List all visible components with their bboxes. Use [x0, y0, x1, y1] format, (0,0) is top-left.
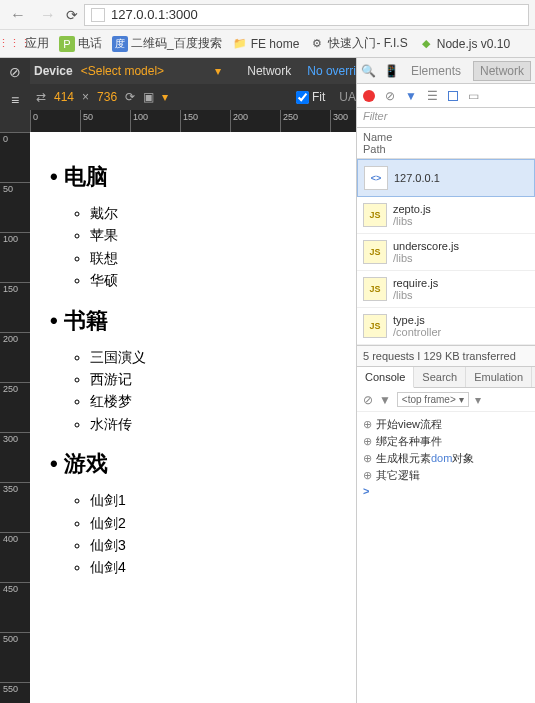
path-col: Path: [363, 143, 529, 155]
network-label: Network: [239, 64, 299, 78]
request-row[interactable]: <>127.0.0.1: [357, 159, 535, 197]
qr-bookmark[interactable]: 度二维码_百度搜索: [112, 35, 222, 52]
zoom-icon[interactable]: ⟳: [125, 90, 135, 104]
ruler-tick: 0: [0, 132, 30, 144]
url-input[interactable]: 127.0.0.1:3000: [84, 4, 529, 26]
expand-icon[interactable]: ⊕: [363, 452, 372, 464]
expand-icon[interactable]: ⊕: [363, 435, 372, 447]
list-item: 仙剑2: [90, 512, 344, 534]
request-text: require.js/libs: [393, 277, 438, 301]
fis-label: 快速入门- F.I.S: [328, 35, 407, 52]
node-label: Node.js v0.10: [437, 37, 510, 51]
list-item: 西游记: [90, 368, 344, 390]
device-select[interactable]: <Select model>: [81, 64, 164, 78]
console-log-line: ⊕其它逻辑: [363, 467, 529, 484]
devtools-panel: 🔍 📱 Elements Network ⊘ ▼ ☰ ▭ Filter Name…: [356, 58, 535, 703]
list-item: 水浒传: [90, 413, 344, 435]
console-log-line: ⊕绑定各种事件: [363, 433, 529, 450]
filter-console-icon[interactable]: ▼: [379, 393, 391, 407]
ruler-tick: 450: [0, 582, 30, 594]
list-item: 联想: [90, 247, 344, 269]
section-title: 电脑: [50, 162, 344, 192]
fit-input[interactable]: [296, 91, 309, 104]
device-bar: Device <Select model> ▾ Network No overr…: [0, 58, 356, 84]
search-tab[interactable]: Search: [414, 367, 466, 387]
layout-icon[interactable]: ≡: [11, 92, 19, 108]
name-col: Name: [363, 131, 529, 143]
forward-button[interactable]: →: [36, 6, 60, 24]
no-icon[interactable]: ⊘: [9, 64, 21, 80]
request-row[interactable]: JSrequire.js/libs: [357, 271, 535, 308]
frame-select[interactable]: <top frame> ▾: [397, 392, 469, 407]
qr-icon: 度: [112, 36, 128, 52]
dom-keyword: dom: [431, 452, 452, 464]
times-label: ×: [82, 90, 89, 104]
filter-input[interactable]: Filter: [357, 108, 535, 128]
cache-icon[interactable]: ▭: [468, 89, 479, 103]
fit-checkbox[interactable]: Fit: [296, 90, 325, 104]
request-list: <>127.0.0.1JSzepto.js/libsJSunderscore.j…: [357, 159, 535, 345]
record-icon[interactable]: [363, 90, 375, 102]
ruler-tick: 350: [0, 482, 30, 494]
device-emulation-panel: Device <Select model> ▾ Network No overr…: [0, 58, 356, 703]
device-label: Device: [34, 64, 73, 78]
ruler-tick: 250: [0, 382, 30, 394]
section-list: 三国演义西游记红楼梦水浒传: [90, 346, 344, 436]
page-icon: [91, 8, 105, 22]
console-prompt[interactable]: >: [363, 484, 529, 498]
chevron-down-icon[interactable]: ▾: [215, 64, 221, 78]
list-icon[interactable]: ☰: [427, 89, 438, 103]
request-name: 127.0.0.1: [394, 172, 440, 184]
request-row[interactable]: JStype.js/controller: [357, 308, 535, 345]
devtools-top-bar: 🔍 📱 Elements Network: [357, 58, 535, 84]
ua-label: UA: [339, 90, 356, 104]
emulation-tab[interactable]: Emulation: [466, 367, 532, 387]
phone-bookmark[interactable]: P电话: [59, 35, 102, 52]
preserve-icon[interactable]: [448, 91, 458, 101]
clear-icon[interactable]: ⊘: [385, 89, 395, 103]
swap-icon[interactable]: ⇄: [36, 90, 46, 104]
js-file-icon: JS: [363, 240, 387, 264]
network-tab[interactable]: Network: [473, 61, 531, 81]
expand-icon[interactable]: ⊕: [363, 469, 372, 481]
request-summary: 5 requests I 129 KB transferred: [357, 345, 535, 367]
node-icon: ◆: [418, 36, 434, 52]
ruler-tick: 200: [0, 332, 30, 344]
preserve-log-icon[interactable]: ▾: [475, 393, 481, 407]
clear-console-icon[interactable]: ⊘: [363, 393, 373, 407]
qr-label: 二维码_百度搜索: [131, 35, 222, 52]
dimension-bar: ⇄ 414 × 736 ⟳ ▣ ▾ Fit UA: [0, 84, 356, 110]
search-icon[interactable]: 🔍: [361, 64, 376, 78]
ruler-tick: 50: [0, 182, 30, 194]
console-tab[interactable]: Console: [357, 367, 414, 388]
console-tabs: Console Search Emulation: [357, 367, 535, 388]
console-toolbar: ⊘ ▼ <top frame> ▾ ▾: [357, 388, 535, 412]
gear-icon: ⚙: [309, 36, 325, 52]
section-title: 书籍: [50, 306, 344, 336]
expand-icon[interactable]: ⊕: [363, 418, 372, 430]
fe-bookmark[interactable]: 📁FE home: [232, 36, 300, 52]
width-value[interactable]: 414: [54, 90, 74, 104]
apps-bookmark[interactable]: ⋮⋮⋮应用: [6, 35, 49, 52]
filter-icon[interactable]: ▼: [405, 89, 417, 103]
device-icon[interactable]: 📱: [384, 64, 399, 78]
request-row[interactable]: JSzepto.js/libs: [357, 197, 535, 234]
list-item: 三国演义: [90, 346, 344, 368]
ruler-tick: 100: [130, 110, 148, 132]
reload-button[interactable]: ⟳: [66, 7, 78, 23]
network-value[interactable]: No overri: [307, 64, 356, 78]
screenshot-icon[interactable]: ▣: [143, 90, 154, 104]
chevron-down-icon[interactable]: ▾: [162, 90, 168, 104]
back-button[interactable]: ←: [6, 6, 30, 24]
request-path: /controller: [393, 326, 441, 338]
node-bookmark[interactable]: ◆Node.js v0.10: [418, 36, 510, 52]
elements-tab[interactable]: Elements: [407, 62, 465, 80]
list-item: 红楼梦: [90, 390, 344, 412]
ruler-tick: 300: [330, 110, 348, 132]
list-item: 仙剑1: [90, 489, 344, 511]
bookmarks-bar: ⋮⋮⋮应用 P电话 度二维码_百度搜索 📁FE home ⚙快速入门- F.I.…: [0, 30, 535, 58]
request-row[interactable]: JSunderscore.js/libs: [357, 234, 535, 271]
ruler-tick: 100: [0, 232, 30, 244]
fis-bookmark[interactable]: ⚙快速入门- F.I.S: [309, 35, 407, 52]
height-value[interactable]: 736: [97, 90, 117, 104]
